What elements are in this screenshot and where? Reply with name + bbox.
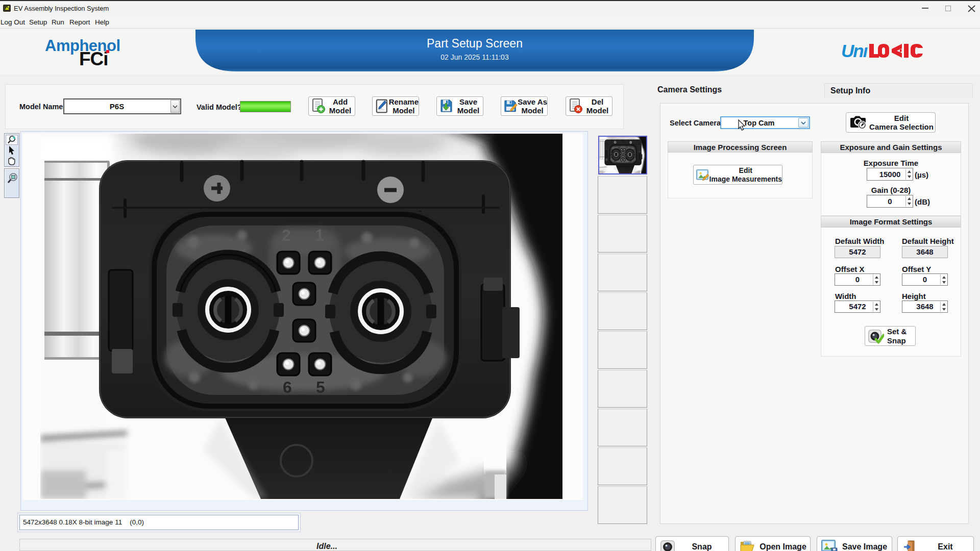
svg-text:1: 1	[315, 226, 324, 244]
svg-text:Unı: Unı	[842, 42, 868, 59]
svg-text:2: 2	[282, 226, 291, 244]
svg-text:5: 5	[316, 378, 325, 396]
svg-text:6: 6	[283, 378, 292, 396]
